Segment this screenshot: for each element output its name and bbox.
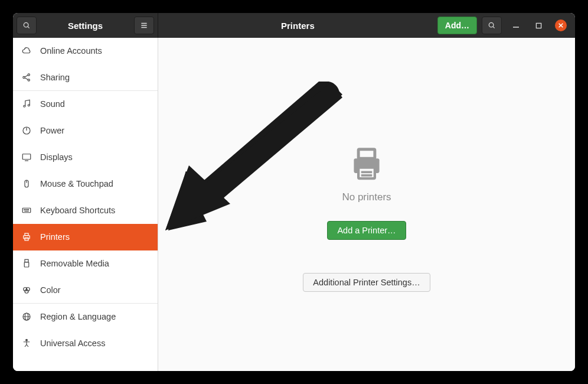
maximize-button[interactable] <box>533 19 544 31</box>
add-button[interactable]: Add… <box>437 17 477 34</box>
svg-point-26 <box>24 209 25 210</box>
sidebar-item-label: Mouse & Touchpad <box>40 179 113 188</box>
sidebar-item-online-accounts[interactable]: Online Accounts <box>13 38 158 64</box>
svg-line-45 <box>27 344 28 347</box>
power-icon <box>21 125 32 136</box>
main-content: No printers Add a Printer… Additional Pr… <box>158 38 575 371</box>
svg-point-29 <box>28 209 29 210</box>
svg-point-11 <box>23 76 25 78</box>
mouse-icon <box>21 178 32 189</box>
sidebar-item-label: Sound <box>40 99 65 109</box>
svg-point-13 <box>28 79 30 81</box>
svg-point-16 <box>24 105 25 107</box>
sidebar-item-label: Online Accounts <box>40 46 102 56</box>
access-icon <box>21 338 32 349</box>
svg-rect-32 <box>25 238 28 241</box>
sidebar-item-label: Power <box>40 126 64 135</box>
add-printer-button[interactable]: Add a Printer… <box>327 221 406 240</box>
search-icon <box>22 21 31 30</box>
sidebar-item-label: Displays <box>40 152 73 162</box>
sidebar-item-label: Keyboard Shortcuts <box>40 206 115 215</box>
sidebar-search-button[interactable] <box>17 17 37 34</box>
close-button[interactable] <box>555 19 567 31</box>
svg-line-14 <box>25 75 28 77</box>
sidebar-item-label: Color <box>40 285 61 295</box>
no-printers-text: No printers <box>342 191 391 203</box>
sidebar-item-sound[interactable]: Sound <box>13 91 158 118</box>
sidebar-item-keyboard-shortcuts[interactable]: Keyboard Shortcuts <box>13 197 158 224</box>
settings-window: Settings Printers Add… <box>13 13 575 371</box>
sidebar-item-label: Region & Language <box>40 312 116 321</box>
svg-rect-33 <box>25 259 28 262</box>
sidebar-item-label: Sharing <box>40 73 70 82</box>
svg-point-27 <box>25 209 26 210</box>
additional-printer-settings-button[interactable]: Additional Printer Settings… <box>303 273 430 292</box>
svg-rect-20 <box>22 154 31 160</box>
no-printers-placeholder: No printers Add a Printer… Additional Pr… <box>303 143 430 292</box>
sidebar-item-label: Removable Media <box>40 259 109 268</box>
titlebar: Settings Printers Add… <box>13 13 575 38</box>
panel-search-button[interactable] <box>482 17 502 34</box>
svg-line-44 <box>25 344 27 347</box>
usb-icon <box>21 258 32 269</box>
keyboard-icon <box>21 205 32 216</box>
svg-rect-34 <box>24 262 29 267</box>
svg-rect-47 <box>358 149 375 158</box>
sidebar-item-color[interactable]: Color <box>13 277 158 304</box>
hamburger-menu-button[interactable] <box>134 17 154 34</box>
color-icon <box>21 285 32 295</box>
display-icon <box>21 152 32 162</box>
sidebar-item-power[interactable]: Power <box>13 118 158 144</box>
svg-rect-8 <box>536 23 541 28</box>
panel-title: Printers <box>158 21 437 31</box>
svg-rect-31 <box>25 233 28 236</box>
svg-line-6 <box>493 27 495 28</box>
sidebar[interactable]: Online AccountsSharingSoundPowerDisplays… <box>13 38 158 371</box>
globe-icon <box>21 311 32 322</box>
svg-rect-30 <box>24 236 30 239</box>
svg-line-1 <box>28 27 30 28</box>
svg-line-15 <box>25 78 28 80</box>
settings-title: Settings <box>39 21 132 31</box>
sidebar-item-removable-media[interactable]: Removable Media <box>13 250 158 277</box>
window-controls <box>504 19 575 31</box>
svg-rect-24 <box>22 208 31 213</box>
music-icon <box>21 99 32 109</box>
sidebar-item-region-language[interactable]: Region & Language <box>13 304 158 330</box>
printer-icon <box>21 232 32 242</box>
printer-icon <box>345 143 388 187</box>
sidebar-item-printers[interactable]: Printers <box>13 224 158 250</box>
share-icon <box>21 72 32 83</box>
minimize-icon <box>512 22 520 29</box>
sidebar-item-displays[interactable]: Displays <box>13 144 158 171</box>
search-icon <box>488 21 496 30</box>
close-icon <box>558 22 564 28</box>
titlebar-left: Settings <box>13 13 158 38</box>
sidebar-item-label: Printers <box>40 232 70 242</box>
sidebar-item-universal-access[interactable]: Universal Access <box>13 330 158 357</box>
titlebar-right: Printers Add… <box>158 13 575 38</box>
svg-point-5 <box>489 22 494 27</box>
maximize-icon <box>535 22 542 29</box>
svg-point-28 <box>27 209 27 210</box>
svg-point-0 <box>24 22 28 27</box>
sidebar-item-label: Universal Access <box>40 339 105 348</box>
minimize-button[interactable] <box>510 19 522 31</box>
window-body: Online AccountsSharingSoundPowerDisplays… <box>13 38 575 371</box>
svg-point-17 <box>28 105 30 106</box>
sidebar-item-mouse-touchpad[interactable]: Mouse & Touchpad <box>13 171 158 197</box>
cloud-icon <box>21 45 32 56</box>
svg-point-41 <box>26 339 28 341</box>
svg-point-12 <box>28 74 30 76</box>
hamburger-icon <box>140 21 148 30</box>
sidebar-item-sharing[interactable]: Sharing <box>13 64 158 91</box>
